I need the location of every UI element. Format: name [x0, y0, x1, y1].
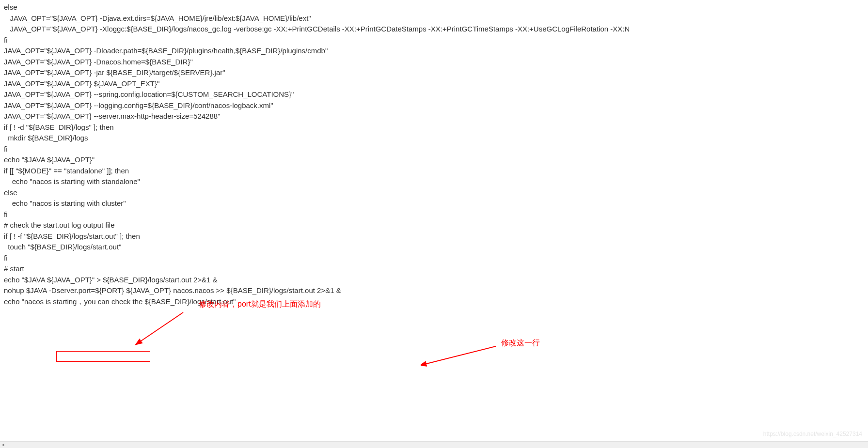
code-line: nohup $JAVA -Dserver.port=${PORT} ${JAVA…	[4, 285, 864, 296]
code-line: fi	[4, 144, 864, 155]
code-line: # check the start.out log output file	[4, 220, 864, 231]
code-line: JAVA_OPT="${JAVA_OPT} -jar ${BASE_DIR}/t…	[4, 67, 864, 78]
code-line: if [[ "${MODE}" == "standalone" ]]; then	[4, 166, 864, 177]
svg-line-0	[140, 312, 183, 342]
code-line: fi	[4, 209, 864, 220]
code-line: mkdir ${BASE_DIR}/logs	[4, 133, 864, 144]
arrow-icon	[135, 310, 188, 346]
code-line: echo "nacos is starting，you can check th…	[4, 296, 864, 308]
code-line: touch "${BASE_DIR}/logs/start.out"	[4, 242, 864, 253]
code-line: # start	[4, 263, 864, 275]
code-line: JAVA_OPT="${JAVA_OPT} -Xloggc:${BASE_DIR…	[4, 24, 864, 35]
code-line: JAVA_OPT="${JAVA_OPT} --spring.config.lo…	[4, 89, 864, 100]
scroll-left-icon[interactable]: ◄	[1, 443, 6, 448]
annotation-modify-line: 修改这一行	[501, 337, 540, 349]
annotation-modify-content: 修改内容，port就是我们上面添加的	[199, 298, 321, 310]
code-line: echo "$JAVA ${JAVA_OPT}" > ${BASE_DIR}/l…	[4, 275, 864, 286]
watermark-text: https://blog.csdn.net/weixin_42527314	[763, 430, 862, 438]
code-line: if [ ! -d "${BASE_DIR}/logs" ]; then	[4, 122, 864, 133]
code-line: JAVA_OPT="${JAVA_OPT} -Dloader.path=${BA…	[4, 46, 864, 57]
code-line: fi	[4, 35, 864, 46]
code-line: fi	[4, 253, 864, 264]
code-line: JAVA_OPT="${JAVA_OPT} -Dnacos.home=${BAS…	[4, 57, 864, 68]
arrow-icon	[421, 344, 498, 368]
code-line: JAVA_OPT="${JAVA_OPT} --logging.config=$…	[4, 100, 864, 111]
code-line: if [ ! -f "${BASE_DIR}/logs/start.out" ]…	[4, 231, 864, 242]
svg-line-1	[425, 346, 496, 364]
code-block: else JAVA_OPT="${JAVA_OPT} -Djava.ext.di…	[0, 0, 868, 309]
code-line: echo "nacos is starting with cluster"	[4, 198, 864, 209]
code-line: JAVA_OPT="${JAVA_OPT} ${JAVA_OPT_EXT}"	[4, 78, 864, 90]
highlight-box	[56, 351, 150, 362]
code-line: JAVA_OPT="${JAVA_OPT} -Djava.ext.dirs=${…	[4, 13, 864, 24]
code-line: echo "$JAVA ${JAVA_OPT}"	[4, 154, 864, 166]
code-line: JAVA_OPT="${JAVA_OPT} --server.max-http-…	[4, 111, 864, 122]
horizontal-scrollbar[interactable]: ◄	[0, 441, 868, 448]
code-line: else	[4, 2, 864, 13]
code-line: echo "nacos is starting with standalone"	[4, 176, 864, 187]
code-line: else	[4, 187, 864, 199]
